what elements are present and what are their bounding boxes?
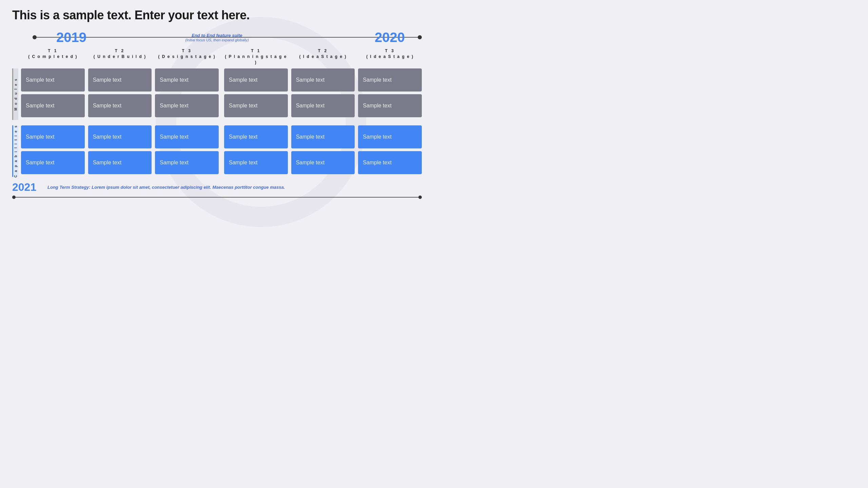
label-top-gap <box>12 66 18 68</box>
cell-c-2019-t2-r1: Sample text <box>88 125 152 148</box>
bottom-line-wrap <box>12 195 422 200</box>
col-header-2020-t3-title: T 3 <box>358 48 422 54</box>
timeline-center-main: End to End feature suite <box>185 33 249 38</box>
cell-c-2020-t3-r2: Sample text <box>358 151 422 174</box>
year-2020-label: 2020 <box>375 30 405 45</box>
cell-c-2020-t1-r2: Sample text <box>224 151 288 174</box>
modules-group-2019: Sample text Sample text Sample text Samp… <box>21 68 219 117</box>
col-header-2020-t2-stage: ( I d e a S t a g e ) <box>291 54 355 60</box>
col-header-2020-t3: T 3 ( I d e a S t a g e ) <box>358 48 422 66</box>
timeline-center: End to End feature suite (Initial focus … <box>185 33 249 42</box>
cell-m-2019-t1-r2: Sample text <box>21 94 85 117</box>
capabilities-group-2020: Sample text Sample text Sample text Samp… <box>224 125 422 174</box>
cell-m-2020-t3-r2: Sample text <box>358 94 422 117</box>
bottom-timeline: 2021 Long Term Strategy: Lorem ipsum dol… <box>12 181 422 200</box>
year-2020-block: T 1 ( P l a n n i n g s t a g e ) T 2 ( … <box>224 48 422 177</box>
cell-m-2020-t2-r2: Sample text <box>291 94 355 117</box>
timeline-dot-right <box>418 35 422 39</box>
bottom-year-row: 2021 Long Term Strategy: Lorem ipsum dol… <box>12 181 422 194</box>
cell-c-2020-t3-r1: Sample text <box>358 125 422 148</box>
cell-m-2020-t1-r2: Sample text <box>224 94 288 117</box>
cell-c-2019-t3-r2: Sample text <box>155 151 219 174</box>
page-container: This is a sample text. Enter your text h… <box>0 0 434 205</box>
col-header-t2-stage: ( U n d e r B u i l d ) <box>88 54 152 60</box>
bottom-dot-right <box>418 196 422 199</box>
cell-m-2019-t3-r2: Sample text <box>155 94 219 117</box>
grid-wrapper: M o d u l e s C a p a b i l i t i e s T … <box>12 48 422 177</box>
timeline-center-sub: (Initial focus US, then expand globally) <box>185 38 249 42</box>
modules-row2-2020: Sample text Sample text Sample text <box>224 94 422 117</box>
cell-m-2020-t1-r1: Sample text <box>224 68 288 92</box>
col-header-2019-t3: T 3 ( D e s i g n s t a g e ) <box>155 48 219 66</box>
col-headers-2020: T 1 ( P l a n n i n g s t a g e ) T 2 ( … <box>224 48 422 66</box>
modules-group-2020: Sample text Sample text Sample text Samp… <box>224 68 422 117</box>
capabilities-label-text: C a p a b i l i t i e s <box>13 123 19 180</box>
modules-label-bar: M o d u l e s <box>12 68 18 120</box>
modules-row2-2019: Sample text Sample text Sample text <box>21 94 219 117</box>
capabilities-label-bar: C a p a b i l i t i e s <box>12 125 18 177</box>
year-2019-label: 2019 <box>56 30 86 45</box>
cell-c-2020-t2-r2: Sample text <box>291 151 355 174</box>
cell-c-2020-t1-r1: Sample text <box>224 125 288 148</box>
modules-row1-2019: Sample text Sample text Sample text <box>21 68 219 92</box>
cap-row2-2019: Sample text Sample text Sample text <box>21 151 219 174</box>
section-gap-2020 <box>224 120 422 125</box>
cell-c-2019-t1-r2: Sample text <box>21 151 85 174</box>
cell-c-2019-t1-r1: Sample text <box>21 125 85 148</box>
col-header-2020-t1-title: T 1 <box>224 48 288 54</box>
cap-row2-2020: Sample text Sample text Sample text <box>224 151 422 174</box>
col-header-t1-stage: ( C o m p l e t e d ) <box>21 54 85 60</box>
col-header-2020-t1: T 1 ( P l a n n i n g s t a g e ) <box>224 48 288 66</box>
col-header-t1-title: T 1 <box>21 48 85 54</box>
col-header-2019-t1: T 1 ( C o m p l e t e d ) <box>21 48 85 66</box>
cell-c-2020-t2-r1: Sample text <box>291 125 355 148</box>
col-headers-2019: T 1 ( C o m p l e t e d ) T 2 ( U n d e … <box>21 48 219 66</box>
cell-c-2019-t3-r1: Sample text <box>155 125 219 148</box>
cap-row1-2020: Sample text Sample text Sample text <box>224 125 422 148</box>
page-title: This is a sample text. Enter your text h… <box>12 8 422 22</box>
col-header-t3-stage: ( D e s i g n s t a g e ) <box>155 54 219 60</box>
year-separator <box>219 48 224 177</box>
cell-c-2019-t2-r2: Sample text <box>88 151 152 174</box>
bottom-dot-left <box>12 196 16 199</box>
content-columns: T 1 ( C o m p l e t e d ) T 2 ( U n d e … <box>21 48 422 177</box>
cell-m-2019-t3-r1: Sample text <box>155 68 219 92</box>
cap-row1-2019: Sample text Sample text Sample text <box>21 125 219 148</box>
year-2021-label: 2021 <box>12 181 39 194</box>
col-header-2020-t3-stage: ( I d e a S t a g e ) <box>358 54 422 60</box>
col-header-t3-title: T 3 <box>155 48 219 54</box>
bottom-timeline-line <box>12 197 422 198</box>
col-header-2020-t2: T 2 ( I d e a S t a g e ) <box>291 48 355 66</box>
timeline-dot-left <box>33 35 37 39</box>
cell-m-2020-t3-r1: Sample text <box>358 68 422 92</box>
cell-m-2020-t2-r1: Sample text <box>291 68 355 92</box>
modules-row1-2020: Sample text Sample text Sample text <box>224 68 422 92</box>
col-header-2020-t1-stage: ( P l a n n i n g s t a g e ) <box>224 54 288 65</box>
year-2019-block: T 1 ( C o m p l e t e d ) T 2 ( U n d e … <box>21 48 219 177</box>
cell-m-2019-t2-r2: Sample text <box>88 94 152 117</box>
section-gap-2019 <box>21 120 219 125</box>
cell-m-2019-t2-r1: Sample text <box>88 68 152 92</box>
col-header-2020-t2-title: T 2 <box>291 48 355 54</box>
modules-label-text: M o d u l e s <box>13 76 19 113</box>
bottom-strategy-text: Long Term Strategy: Lorem ipsum dolor si… <box>47 185 285 190</box>
left-labels: M o d u l e s C a p a b i l i t i e s <box>12 48 18 177</box>
capabilities-group-2019: Sample text Sample text Sample text Samp… <box>21 125 219 174</box>
col-header-2019-t2: T 2 ( U n d e r B u i l d ) <box>88 48 152 66</box>
cell-m-2019-t1-r1: Sample text <box>21 68 85 92</box>
col-header-t2-title: T 2 <box>88 48 152 54</box>
